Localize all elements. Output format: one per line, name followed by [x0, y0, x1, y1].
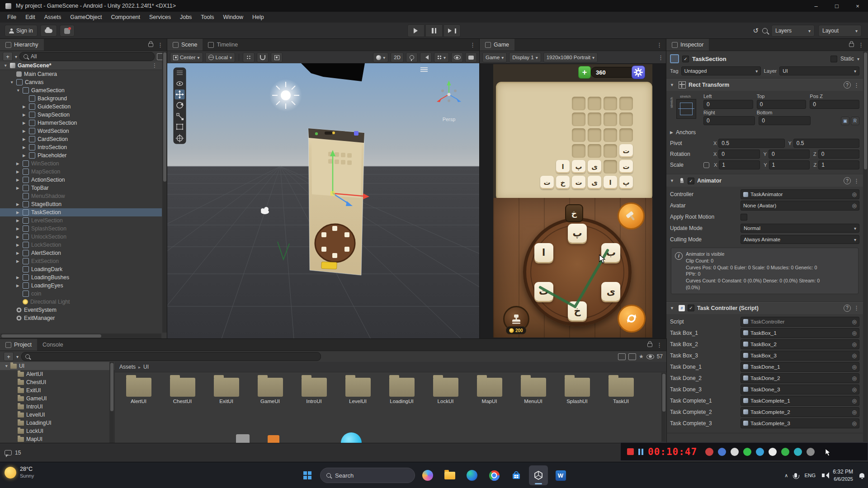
undo-history-icon[interactable]: ↺	[753, 27, 759, 35]
asset-folder-item[interactable]: MapUI	[467, 376, 511, 404]
help-icon[interactable]: ?	[844, 305, 851, 312]
vertical-scrollbar[interactable]	[863, 52, 868, 442]
play-button[interactable]	[407, 24, 425, 37]
object-reference-field[interactable]: TaskController ◎	[741, 317, 859, 327]
hierarchy-item[interactable]: ActionSection	[0, 176, 162, 184]
menu-item[interactable]: Services	[145, 13, 175, 22]
foldout-arrow[interactable]: ▼	[670, 178, 676, 183]
hierarchy-item[interactable]: CardSection	[0, 135, 162, 143]
update-mode-dropdown[interactable]: Normal	[741, 224, 859, 233]
static-checkbox[interactable]	[830, 56, 837, 62]
panel-menu-icon[interactable]	[157, 42, 163, 48]
object-reference-field[interactable]: TaskDone_1 ◎	[741, 362, 859, 372]
hierarchy-item[interactable]: SplashSection	[0, 225, 162, 233]
raw-edit-mode-button[interactable]: R	[851, 117, 859, 125]
expand-arrow[interactable]	[4, 63, 9, 68]
expand-arrow[interactable]	[16, 88, 22, 93]
microphone-icon[interactable]	[794, 473, 797, 478]
folder-tree-item[interactable]: UI	[0, 362, 114, 370]
saved-search-icon[interactable]: ★	[639, 353, 644, 360]
recorder-tool-icon[interactable]	[781, 448, 789, 456]
object-reference-field[interactable]: TaskBox_1 ◎	[741, 328, 859, 338]
expand-arrow[interactable]	[16, 283, 22, 288]
weather-widget[interactable]: 28°C Sunny	[5, 466, 34, 479]
expand-arrow[interactable]	[16, 186, 22, 190]
sprite-thumbnail[interactable]	[341, 432, 362, 443]
menu-item[interactable]: Assets	[40, 13, 66, 22]
top-field[interactable]: 0	[757, 100, 807, 109]
lock-icon[interactable]	[148, 43, 153, 47]
menu-item[interactable]: GameObject	[66, 13, 106, 22]
hierarchy-item[interactable]: TopBar	[0, 184, 162, 192]
copilot-button[interactable]	[418, 465, 437, 485]
tab-project[interactable]: Project	[0, 339, 37, 351]
object-picker-icon[interactable]: ◎	[852, 202, 857, 209]
asset-folder-item[interactable]: IntroUI	[292, 376, 336, 404]
left-field[interactable]: 0	[703, 100, 753, 109]
pause-recording-button[interactable]	[638, 449, 643, 455]
hierarchy-item[interactable]: TaskSection	[0, 208, 162, 216]
hierarchy-item[interactable]: ExitSection	[0, 257, 162, 265]
hierarchy-item[interactable]: UnlockSection	[0, 233, 162, 241]
asset-folder-item[interactable]: GameUI	[248, 376, 292, 404]
maximize-button[interactable]: □	[826, 0, 847, 12]
expand-arrow[interactable]	[23, 121, 28, 125]
scale-x-field[interactable]: 1	[719, 160, 760, 169]
menu-item[interactable]: Component	[106, 13, 145, 22]
shuffle-button[interactable]	[618, 305, 646, 333]
rotation-x-field[interactable]: 0	[718, 150, 760, 159]
hierarchy-search-field[interactable]: All	[19, 52, 155, 61]
layers-dropdown[interactable]: Layers	[771, 25, 815, 37]
object-picker-icon[interactable]: ◎	[852, 330, 857, 336]
notification-bell-icon[interactable]	[859, 473, 864, 478]
draw-mode-dropdown[interactable]	[373, 52, 388, 62]
object-picker-icon[interactable]: ◎	[852, 409, 857, 415]
object-reference-field[interactable]: TaskComplete_3 ◎	[741, 418, 859, 428]
bottom-field[interactable]: 0	[759, 116, 810, 125]
store-button[interactable]	[507, 465, 526, 485]
object-picker-icon[interactable]: ◎	[852, 398, 857, 404]
hierarchy-item[interactable]: SwapSection	[0, 111, 162, 119]
culling-mode-dropdown[interactable]: Always Animate	[741, 235, 859, 244]
tray-expand-icon[interactable]: ∧	[784, 473, 788, 479]
panel-menu-icon[interactable]	[656, 342, 662, 348]
folder-tree-item[interactable]: LoadingUI	[0, 419, 114, 427]
settings-button[interactable]	[632, 66, 645, 79]
hierarchy-item[interactable]: GameScene*	[0, 61, 162, 70]
object-picker-icon[interactable]: ◎	[852, 420, 857, 427]
rotation-y-field[interactable]: 0	[769, 150, 810, 159]
active-checkbox[interactable]	[682, 56, 689, 62]
wheel-letter-tile[interactable]: ی	[601, 282, 620, 301]
right-field[interactable]: 0	[703, 116, 755, 125]
object-reference-field[interactable]: TaskBox_2 ◎	[741, 339, 859, 349]
object-picker-icon[interactable]: ◎	[852, 364, 857, 370]
project-search-field[interactable]	[21, 352, 321, 361]
controller-object-field[interactable]: TaskAnimator◎	[741, 189, 859, 199]
folder-tree-item[interactable]: GameUI	[0, 394, 114, 403]
expand-arrow[interactable]	[16, 226, 22, 231]
wheel-letter-tile[interactable]: پ	[568, 224, 587, 243]
object-reference-field[interactable]: TaskDone_2 ◎	[741, 373, 859, 383]
asset-folder-item[interactable]: LoadingUI	[380, 376, 424, 404]
effects-dropdown[interactable]	[434, 52, 449, 62]
expand-arrow[interactable]	[16, 243, 22, 247]
folder-tree-item[interactable]: ExitUI	[0, 386, 114, 394]
snap-move-button[interactable]	[271, 52, 283, 62]
resolution-dropdown[interactable]: 868x488 Portrait	[543, 52, 598, 62]
hidden-packages-icon[interactable]	[646, 354, 654, 359]
panel-menu-icon[interactable]	[656, 42, 662, 48]
add-coins-button[interactable]: +	[578, 66, 591, 79]
asset-folder-item[interactable]: LevelUI	[336, 376, 380, 404]
lock-icon[interactable]	[647, 343, 652, 347]
hierarchy-item[interactable]: GameSection	[0, 86, 162, 94]
search-by-label-icon[interactable]	[628, 353, 636, 360]
create-asset-button[interactable]: +	[4, 352, 14, 361]
recorder-tool-icon[interactable]	[756, 448, 764, 456]
sprite-thumbnail[interactable]	[268, 435, 279, 443]
folder-tree-item[interactable]: LockUI	[0, 427, 114, 435]
expand-arrow[interactable]	[16, 218, 22, 223]
object-picker-icon[interactable]: ◎	[852, 375, 857, 381]
menu-item[interactable]: Jobs	[175, 13, 196, 22]
expand-arrow[interactable]	[16, 275, 22, 280]
menu-item[interactable]: Tools	[196, 13, 218, 22]
